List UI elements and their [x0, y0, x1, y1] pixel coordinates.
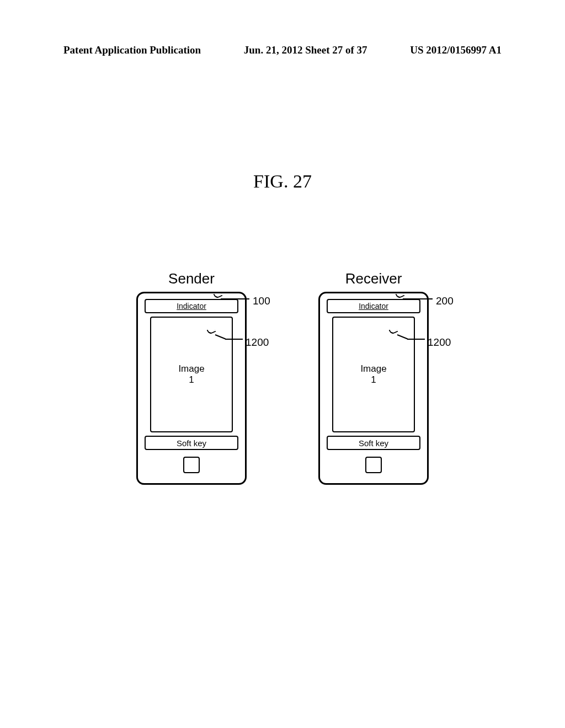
sender-softkey-bar: Soft key: [145, 436, 238, 450]
diagram-container: Sender Indicator Image 1 Soft key Receiv…: [0, 270, 565, 485]
sender-device: Indicator Image 1 Soft key: [136, 292, 247, 485]
callout-line-icon: [225, 339, 243, 340]
receiver-indicator-bar: Indicator: [327, 299, 420, 313]
receiver-device-group: Receiver Indicator Image 1 Soft key: [318, 270, 429, 485]
receiver-image-text-1: Image: [360, 363, 386, 374]
page-header: Patent Application Publication Jun. 21, …: [0, 44, 565, 56]
callout-line-icon: [407, 339, 425, 340]
callout-line-icon: [403, 298, 433, 299]
receiver-softkey-bar: Soft key: [327, 436, 420, 450]
reference-1200-left: 1200: [246, 336, 269, 349]
receiver-label: Receiver: [345, 270, 402, 287]
sender-image-area: Image 1: [150, 317, 233, 432]
sender-image-text-2: 1: [189, 374, 194, 386]
reference-1200-right: 1200: [428, 336, 451, 349]
header-center: Jun. 21, 2012 Sheet 27 of 37: [244, 44, 367, 56]
sender-label: Sender: [168, 270, 215, 287]
header-left: Patent Application Publication: [63, 44, 201, 56]
reference-100: 100: [253, 295, 270, 307]
reference-200: 200: [436, 295, 454, 307]
receiver-device: Indicator Image 1 Soft key: [318, 292, 429, 485]
sender-indicator-bar: Indicator: [145, 299, 238, 313]
receiver-home-button: [365, 457, 382, 473]
receiver-image-area: Image 1: [332, 317, 415, 432]
sender-device-group: Sender Indicator Image 1 Soft key: [136, 270, 247, 485]
sender-image-text-1: Image: [178, 363, 204, 374]
sender-home-button: [183, 457, 200, 473]
figure-title: FIG. 27: [0, 171, 565, 192]
receiver-image-text-2: 1: [371, 374, 376, 386]
header-right: US 2012/0156997 A1: [410, 44, 502, 56]
callout-line-icon: [221, 298, 249, 299]
